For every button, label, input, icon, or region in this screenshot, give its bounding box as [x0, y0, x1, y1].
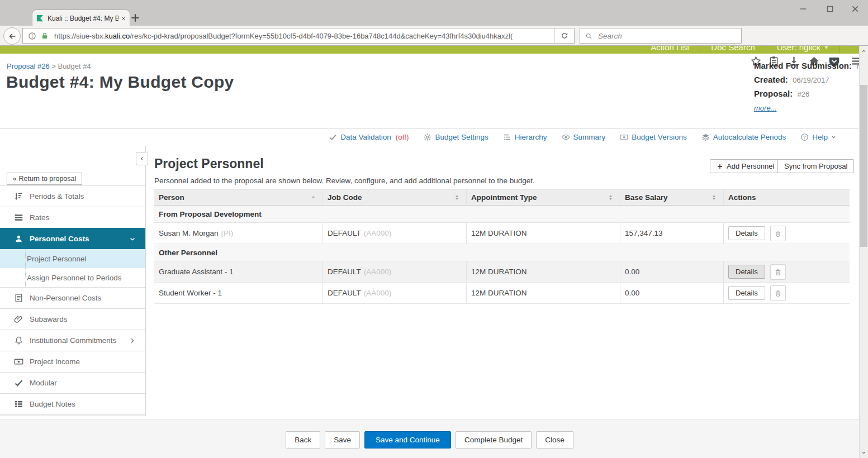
delete-button[interactable] [770, 264, 786, 280]
https-lock-icon[interactable] [41, 32, 49, 40]
autocalculate-periods-link[interactable]: Autocalculate Periods [701, 133, 786, 141]
save-button[interactable]: Save [325, 431, 360, 449]
sidebar-item-budget-notes[interactable]: Budget Notes [0, 393, 145, 414]
chevron-left-icon [139, 156, 145, 161]
url-bar[interactable]: https://siue-sbx.kuali.co/res/kc-pd-krad… [22, 28, 575, 44]
breadcrumb-separator: > [51, 62, 56, 70]
return-to-proposal-button[interactable]: « Return to proposal [7, 173, 82, 185]
sidebar-item-periods-totals[interactable]: Periods & Totals [0, 185, 145, 207]
add-personnel-button[interactable]: Add Personnel [710, 159, 781, 173]
breadcrumb-proposal-link[interactable]: Proposal #26 [7, 62, 50, 70]
reload-button[interactable] [554, 28, 574, 43]
search-input[interactable] [597, 31, 741, 41]
person-cell: Student Worker - 1 [154, 283, 323, 303]
person-role-note: (PI) [221, 229, 234, 237]
back-button[interactable] [3, 27, 21, 45]
window-minimize-button[interactable] [799, 4, 808, 13]
data-validation-link[interactable]: Data Validation (off) [329, 133, 409, 141]
table-header-row: Person Job Code Appointment Type Base Sa… [154, 189, 850, 206]
actions-cell: Details [724, 223, 850, 244]
details-button[interactable]: Details [728, 226, 765, 240]
vertical-scrollbar[interactable] [859, 46, 868, 458]
column-header-base-salary[interactable]: Base Salary [620, 189, 724, 205]
hierarchy-link[interactable]: Hierarchy [503, 133, 547, 141]
help-link[interactable]: Help [800, 133, 836, 141]
browser-tab[interactable]: Kuali :: Budget #4: My Budg [32, 9, 130, 26]
sync-from-proposal-button[interactable]: Sync from Proposal [777, 159, 854, 173]
sidebar-item-personnel-costs[interactable]: Personnel Costs [0, 228, 145, 249]
chevron-down-icon [831, 135, 836, 140]
column-header-appointment-type[interactable]: Appointment Type [467, 189, 620, 205]
summary-link[interactable]: Summary [562, 133, 606, 141]
sidebar-item-label: Project Personnel [27, 255, 87, 263]
sidebar-item-assign-personnel[interactable]: Assign Personnel to Periods [0, 268, 145, 287]
window-close-button[interactable] [851, 4, 860, 13]
appointment-type-cell: 12M DURATION [467, 283, 620, 303]
sort-icon[interactable] [453, 194, 461, 201]
eye-icon [562, 133, 570, 141]
doc-search-link[interactable]: Doc Search [700, 46, 765, 54]
job-code-note: (AA000) [364, 268, 392, 276]
new-tab-button[interactable] [130, 12, 141, 23]
trash-icon [774, 268, 782, 276]
window-maximize-button[interactable] [826, 4, 834, 13]
budget-versions-link[interactable]: Budget Versions [620, 133, 686, 141]
sidebar-item-label: Periods & Totals [30, 192, 84, 201]
sidebar-item-subawards[interactable]: Subawards [0, 308, 145, 330]
sidebar-item-non-personnel-costs[interactable]: Non-Personnel Costs [0, 287, 145, 308]
url-text: https://siue-sbx.kuali.co/res/kc-pd-krad… [54, 32, 554, 40]
browser-toolbar: https://siue-sbx.kuali.co/res/kc-pd-krad… [0, 26, 868, 46]
page-info-icon[interactable] [28, 32, 36, 40]
group-header-from-proposal-development: From Proposal Development [154, 206, 850, 223]
action-list-link[interactable]: Action List [640, 46, 700, 54]
submenu-rule [25, 249, 26, 268]
details-button[interactable]: Details [728, 286, 765, 300]
budget-settings-link[interactable]: Budget Settings [423, 133, 488, 141]
column-header-job-code[interactable]: Job Code [323, 189, 467, 205]
sort-icon[interactable] [710, 194, 718, 201]
person-cell: Graduate Assistant - 1 [154, 261, 323, 282]
section-heading: Project Personnel [154, 156, 264, 171]
delete-button[interactable] [770, 285, 786, 301]
meta-label: Created: [754, 75, 788, 84]
scroll-up-icon[interactable] [861, 49, 866, 54]
base-salary-cell: 0.00 [620, 283, 724, 303]
job-code-cell: DEFAULT (AA000) [323, 223, 467, 244]
delete-button[interactable] [770, 226, 786, 241]
details-button[interactable]: Details [728, 265, 765, 279]
check-icon [14, 378, 23, 388]
app-header-bar: Action List Doc Search User: riglick▼ [0, 46, 859, 54]
more-link[interactable]: more... [754, 104, 776, 112]
sidebar-item-rates[interactable]: Rates [0, 207, 145, 228]
back-button-footer[interactable]: Back [286, 431, 320, 449]
appointment-type-cell: 12M DURATION [467, 223, 620, 244]
column-header-person[interactable]: Person [154, 189, 323, 205]
save-and-continue-button[interactable]: Save and Continue [364, 431, 451, 449]
sort-asc-icon[interactable] [310, 194, 317, 201]
sort-icon[interactable] [607, 194, 614, 201]
data-validation-off-badge: (off) [396, 133, 409, 141]
sidebar-item-label: Project Income [30, 357, 80, 366]
sidebar-item-project-income[interactable]: Project Income [0, 351, 145, 372]
tab-close-icon[interactable] [121, 16, 126, 21]
column-header-actions: Actions [724, 189, 850, 205]
sidebar-item-project-personnel[interactable]: Project Personnel [0, 249, 145, 268]
job-code-cell: DEFAULT (AA000) [323, 283, 467, 303]
close-button[interactable]: Close [536, 431, 573, 449]
actions-cell: Details [724, 283, 850, 303]
job-code-note: (AA000) [364, 229, 392, 237]
search-icon [585, 32, 592, 40]
scrollbar-thumb[interactable] [860, 85, 867, 247]
sidebar-item-label: Personnel Costs [30, 235, 89, 243]
table-row: Susan M. Morgan (PI) DEFAULT (AA000) 12M… [154, 223, 850, 244]
user-menu-link[interactable]: User: riglick▼ [766, 46, 840, 54]
collapse-sidebar-button[interactable] [136, 152, 148, 165]
banknote-icon [14, 357, 23, 366]
sidebar-item-label: Non-Personnel Costs [30, 294, 101, 302]
sidebar-item-institutional-commitments[interactable]: Institutional Commitments [0, 330, 145, 351]
complete-budget-button[interactable]: Complete Budget [456, 431, 532, 449]
search-bar[interactable] [580, 28, 742, 44]
user-menu-caret-icon: ▼ [824, 46, 829, 50]
scroll-down-icon[interactable] [861, 450, 866, 455]
sidebar-item-modular[interactable]: Modular [0, 372, 145, 393]
